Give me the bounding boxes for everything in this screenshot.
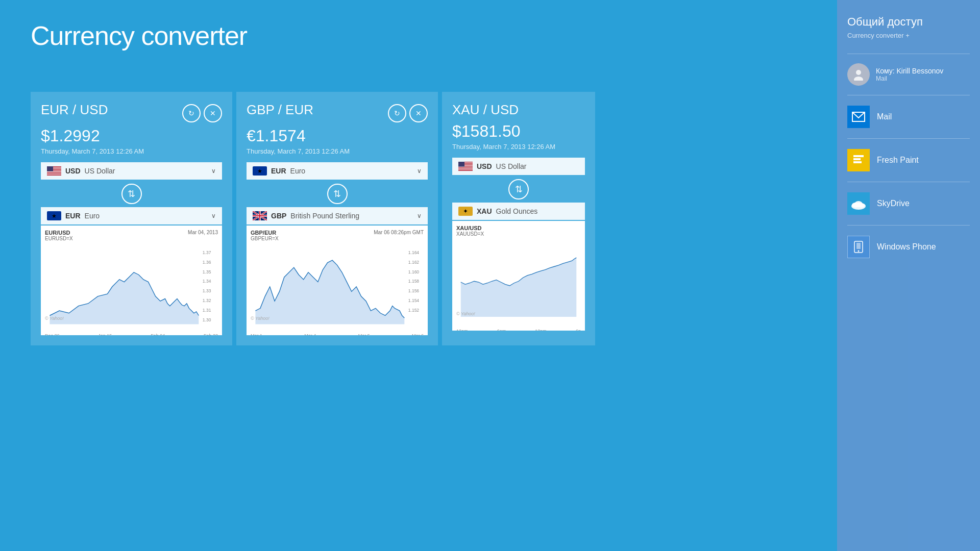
- windows-phone-icon: [847, 236, 870, 258]
- to-selector-3[interactable]: ✦ XAU Gold Ounces: [452, 203, 585, 220]
- x-label-2-1: Mar 4: [304, 333, 316, 335]
- x-label-3-3: 6p: [576, 329, 581, 331]
- svg-rect-47: [458, 167, 473, 167]
- svg-text:1.35: 1.35: [203, 269, 211, 274]
- chart-date-1: Mar 04, 2013: [188, 230, 218, 235]
- to-name-1: Euro: [85, 212, 100, 220]
- x-label-1-2: Feb 04: [151, 333, 165, 335]
- swap-button-1[interactable]: ⇅: [121, 184, 142, 204]
- sidebar-app-windows-phone[interactable]: Windows Phone: [847, 230, 970, 264]
- x-label-2-2: Mar 5: [358, 333, 370, 335]
- x-label-2-0: Mar 1: [251, 333, 262, 335]
- fresh-paint-icon: [847, 149, 870, 171]
- card-actions-1: ↻ ✕: [182, 104, 222, 122]
- svg-rect-50: [458, 169, 473, 169]
- flag-us-3: [458, 162, 473, 171]
- from-left-2: ★ EUR Euro: [253, 166, 305, 176]
- chart-x-labels-2: Mar 1 Mar 4 Mar 5 Mar 6: [251, 332, 424, 335]
- card-timestamp-2: Thursday, March 7, 2013 12:26 AM: [247, 147, 428, 155]
- pair-name-1: EUR / USD: [41, 102, 108, 118]
- from-selector-3[interactable]: USD US Dollar: [452, 158, 585, 175]
- flag-eu-2: ★: [253, 166, 267, 176]
- x-label-1-0: Dec 26: [45, 333, 60, 335]
- from-name-1: US Dollar: [85, 167, 115, 175]
- svg-marker-54: [461, 258, 577, 317]
- from-name-2: Euro: [290, 167, 306, 175]
- x-label-3-0: 12am: [456, 329, 468, 331]
- chart-x-labels-1: Dec 26 Jan 15 Feb 04 Feb 22: [45, 332, 218, 335]
- to-code-3: XAU: [477, 207, 492, 215]
- chevron-icon-2: ∨: [417, 167, 422, 174]
- chevron-icon-2b: ∨: [417, 212, 422, 219]
- close-button-2[interactable]: ✕: [409, 104, 428, 122]
- card-eur-usd: EUR / USD ↻ ✕ $1.2992 Thursday, March 7,…: [31, 92, 232, 345]
- svg-text:1.31: 1.31: [203, 308, 211, 313]
- svg-rect-7: [47, 171, 61, 172]
- app-name-skydrive: SkyDrive: [877, 199, 910, 208]
- chart-title-3: XAU/USD: [456, 225, 581, 231]
- to-name-2: British Pound Sterling: [290, 212, 359, 220]
- svg-rect-52: [458, 170, 473, 171]
- sidebar-user[interactable]: Кому: Kirill Bessonov Mail: [847, 58, 970, 91]
- svg-rect-53: [458, 162, 464, 167]
- sidebar: Общий доступ Currency converter + Кому: …: [837, 0, 980, 551]
- chevron-icon-1: ∨: [211, 167, 216, 174]
- to-left-1: ★ EUR Euro: [47, 211, 100, 220]
- sidebar-app-fresh-paint[interactable]: Fresh Paint: [847, 143, 970, 178]
- copyright-2: © Yahoo!: [251, 316, 270, 321]
- svg-point-69: [854, 201, 863, 207]
- from-name-3: US Dollar: [496, 162, 527, 170]
- sidebar-divider-1: [847, 54, 970, 54]
- chart-x-labels-3: 12am 6am 12pm 6p: [456, 328, 581, 331]
- swap-button-2[interactable]: ⇅: [327, 184, 348, 204]
- swap-button-3[interactable]: ⇅: [508, 179, 529, 199]
- to-left-3: ✦ XAU Gold Ounces: [458, 207, 537, 216]
- svg-rect-72: [856, 243, 861, 249]
- svg-rect-61: [853, 158, 861, 160]
- svg-marker-22: [50, 272, 199, 324]
- from-left-3: USD US Dollar: [458, 162, 526, 171]
- from-selector-2[interactable]: ★ EUR Euro ∨: [247, 162, 428, 180]
- svg-rect-51: [458, 169, 473, 170]
- svg-rect-9: [47, 172, 61, 173]
- to-left-2: GBP British Pound Sterling: [253, 211, 359, 220]
- card-gbp-eur: GBP / EUR ↻ ✕ €1.1574 Thursday, March 7,…: [236, 92, 438, 345]
- svg-text:1.158: 1.158: [408, 279, 419, 284]
- copyright-1: © Yahoo!: [45, 316, 64, 321]
- flag-gbp-2: [253, 211, 267, 220]
- x-label-3-1: 6am: [497, 329, 506, 331]
- svg-text:1.32: 1.32: [203, 298, 211, 303]
- sidebar-divider-3: [847, 138, 970, 139]
- copyright-3: © Yahoo!: [456, 311, 475, 316]
- refresh-button-1[interactable]: ↻: [182, 104, 201, 122]
- close-button-1[interactable]: ✕: [204, 104, 222, 122]
- svg-text:1.34: 1.34: [203, 279, 211, 284]
- svg-rect-8: [47, 172, 61, 172]
- refresh-button-2[interactable]: ↻: [388, 104, 406, 122]
- svg-text:1.160: 1.160: [408, 269, 419, 274]
- svg-text:1.154: 1.154: [408, 298, 419, 303]
- svg-rect-60: [853, 155, 864, 157]
- svg-rect-49: [458, 168, 473, 168]
- svg-text:1.33: 1.33: [203, 288, 211, 293]
- app-name-mail: Mail: [877, 112, 892, 121]
- to-code-1: EUR: [65, 212, 81, 220]
- sidebar-app-skydrive[interactable]: SkyDrive: [847, 186, 970, 221]
- to-selector-1[interactable]: ★ EUR Euro ∨: [41, 207, 222, 224]
- svg-text:1.156: 1.156: [408, 288, 419, 293]
- svg-rect-10: [47, 173, 61, 174]
- app-name-windows-phone: Windows Phone: [877, 242, 936, 252]
- to-selector-2[interactable]: GBP British Pound Sterling ∨: [247, 207, 428, 224]
- card-price-1: $1.2992: [41, 127, 222, 145]
- svg-rect-12: [47, 175, 61, 176]
- from-code-1: USD: [65, 167, 81, 175]
- to-code-2: GBP: [271, 212, 286, 220]
- sidebar-app-mail[interactable]: Mail: [847, 99, 970, 134]
- from-selector-1[interactable]: USD US Dollar ∨: [41, 162, 222, 180]
- to-name-3: Gold Ounces: [496, 207, 538, 215]
- sidebar-divider-4: [847, 182, 970, 182]
- chart-date-2: Mar 06 08:26pm GMT: [374, 230, 424, 235]
- svg-rect-13: [47, 166, 53, 171]
- from-code-2: EUR: [271, 167, 286, 175]
- card-header-2: GBP / EUR ↻ ✕: [247, 102, 428, 122]
